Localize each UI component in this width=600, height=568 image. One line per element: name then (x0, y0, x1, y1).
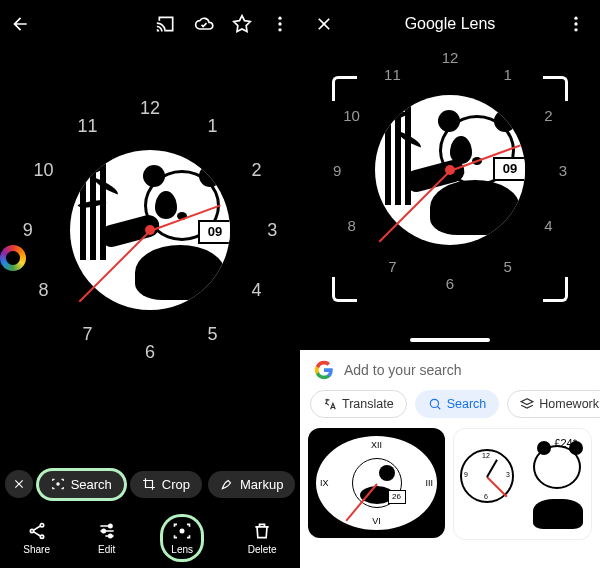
pill-search-label: Search (447, 397, 487, 411)
chip-markup-label: Markup (240, 477, 283, 492)
svg-point-5 (40, 535, 43, 538)
more-icon[interactable] (566, 14, 586, 34)
svg-point-3 (40, 524, 43, 527)
svg-point-4 (30, 529, 33, 532)
lens-mode-row: Translate Search Homework (300, 390, 600, 428)
lens-title: Google Lens (405, 15, 496, 33)
lens-preview-image: 09 12 1 2 3 4 5 6 7 8 9 10 11 (300, 50, 600, 340)
action-delete[interactable]: Delete (248, 521, 277, 555)
action-edit-label: Edit (98, 544, 115, 555)
pill-homework-label: Homework (539, 397, 599, 411)
action-share-label: Share (23, 544, 50, 555)
chip-search[interactable]: Search (39, 471, 124, 498)
result-card[interactable]: XII VI IX III 26 (308, 428, 445, 538)
photo-top-bar (0, 0, 300, 48)
cast-icon[interactable] (156, 14, 176, 34)
chip-close-button[interactable] (5, 470, 33, 498)
svg-point-8 (108, 534, 111, 537)
lens-top-bar: Google Lens (300, 0, 600, 48)
svg-point-2 (278, 28, 281, 31)
watch-date: 09 (198, 220, 230, 244)
photo-viewer-screen: 09 12 1 2 3 4 5 6 7 8 9 10 11 Search Cr (0, 0, 300, 568)
action-delete-label: Delete (248, 544, 277, 555)
chip-markup[interactable]: Markup (208, 471, 295, 498)
lens-screen: Google Lens (300, 0, 600, 568)
svg-point-0 (278, 17, 281, 20)
cloud-done-icon[interactable] (194, 14, 214, 34)
more-icon[interactable] (270, 14, 290, 34)
result-1-date: 26 (388, 490, 406, 504)
svg-point-10 (574, 22, 577, 25)
photo-chip-row: Search Crop Markup (0, 470, 300, 498)
svg-point-12 (430, 399, 438, 407)
google-logo-icon (314, 360, 334, 380)
pill-translate[interactable]: Translate (310, 390, 407, 418)
photo-bottom-bar: Share Edit Lens Delete (0, 508, 300, 568)
pill-homework[interactable]: Homework (507, 390, 600, 418)
watch-face-image: 09 12 1 2 3 4 5 6 7 8 9 10 11 (0, 100, 300, 400)
color-wheel-icon (0, 245, 26, 271)
action-lens[interactable]: Lens (163, 517, 201, 559)
svg-point-7 (102, 529, 105, 532)
action-lens-label: Lens (171, 544, 193, 555)
lens-search-placeholder: Add to your search (344, 362, 462, 378)
svg-point-1 (278, 22, 281, 25)
action-edit[interactable]: Edit (97, 521, 117, 555)
chip-crop[interactable]: Crop (130, 471, 202, 498)
back-icon[interactable] (10, 14, 30, 34)
chip-crop-label: Crop (162, 477, 190, 492)
lens-watch-date: 09 (493, 157, 525, 181)
action-share[interactable]: Share (23, 521, 50, 555)
star-icon[interactable] (232, 14, 252, 34)
pill-translate-label: Translate (342, 397, 394, 411)
bottom-sheet-handle[interactable] (410, 338, 490, 342)
result-card[interactable]: £24* 12 3 6 9 (453, 428, 592, 540)
svg-point-9 (574, 17, 577, 20)
pill-search[interactable]: Search (415, 390, 500, 418)
close-icon[interactable] (314, 14, 334, 34)
chip-search-label: Search (71, 477, 112, 492)
svg-point-6 (108, 524, 111, 527)
lens-results-row: XII VI IX III 26 £24* (300, 428, 600, 540)
lens-search-bar[interactable]: Add to your search (300, 350, 600, 390)
svg-point-11 (574, 28, 577, 31)
lens-results-sheet: Add to your search Translate Search Home… (300, 350, 600, 568)
